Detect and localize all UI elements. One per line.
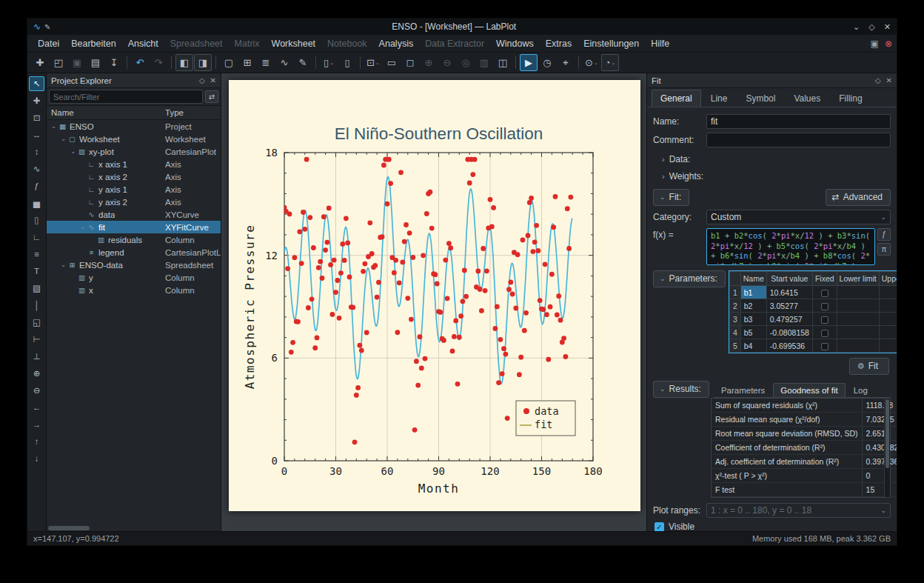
zoom-out-tool-button[interactable]: ⊖ <box>29 383 44 398</box>
close-dock-icon[interactable]: ✕ <box>210 76 216 84</box>
expand-arrow-icon[interactable]: ⌄ <box>78 224 87 230</box>
menu-bearbeiten[interactable]: Bearbeiten <box>65 36 121 51</box>
menu-analysis[interactable]: Analysis <box>373 36 420 51</box>
cursor-tool-button[interactable]: ↖ <box>29 76 44 91</box>
float-dock-icon[interactable]: ◇ <box>875 76 881 84</box>
fixed-checkbox[interactable] <box>821 316 828 324</box>
zoom-select-tool-button[interactable]: ⊡ <box>29 110 44 125</box>
vertical-layout-button[interactable]: ◫ <box>494 54 512 71</box>
add-histogram-button[interactable]: ▅ <box>29 196 44 210</box>
print-preview-button[interactable]: ↧ <box>105 54 123 71</box>
float-dock-icon[interactable]: ◇ <box>199 76 205 84</box>
tree-item-worksheet[interactable]: ⌄▢WorksheetWorksheet <box>47 133 221 145</box>
fixed-checkbox[interactable] <box>821 303 828 310</box>
tree-item-enso-data[interactable]: ⌄⊞ENSO-dataSpreadsheet <box>47 259 221 271</box>
timed-mode-button[interactable]: ◷ <box>538 54 556 71</box>
menu-windows[interactable]: Windows <box>490 36 540 51</box>
results-scrollbar[interactable] <box>884 399 890 497</box>
tree-item-x-axis-1[interactable]: ∟x axis 1Axis <box>47 158 221 170</box>
new-notebook-button[interactable]: ≣ <box>257 54 275 71</box>
tree-item-y-axis-1[interactable]: ∟y axis 1Axis <box>47 183 221 196</box>
hscroll-thumb[interactable] <box>48 526 90 530</box>
print-button[interactable]: ▤ <box>87 54 104 71</box>
zoom-in-tool-button[interactable]: ⊕ <box>29 366 44 381</box>
window-close-button[interactable]: ✕ <box>884 22 891 32</box>
new-project-button[interactable]: ✚ <box>31 54 49 71</box>
menu-einstellungen[interactable]: Einstellungen <box>578 36 645 51</box>
search-filter-input[interactable] <box>49 90 203 104</box>
menu-worksheet[interactable]: Worksheet <box>266 36 322 51</box>
add-boxplot-button[interactable]: ▯ <box>29 213 44 227</box>
fixed-checkbox[interactable] <box>821 330 828 337</box>
close-dock-icon[interactable]: ✕ <box>886 76 892 84</box>
menu-ansicht[interactable]: Ansicht <box>122 36 164 51</box>
shift-down-button[interactable]: ↓ <box>29 451 44 466</box>
results-section-toggle[interactable]: ⌄Results: <box>653 381 709 398</box>
data-section-toggle[interactable]: ›Data: <box>662 154 891 164</box>
parameter-row[interactable]: 3b30.479257 <box>729 313 897 326</box>
add-legend-button[interactable]: ≡ <box>29 247 44 261</box>
tree-item-data[interactable]: ∿dataXYCurve <box>47 208 221 221</box>
shift-right-button[interactable]: → <box>29 417 44 432</box>
run-fit-button[interactable]: ⚙Fit <box>849 358 889 375</box>
import-data-button[interactable]: ▯ <box>338 54 356 71</box>
navigate-mode-button[interactable]: ▶ <box>520 54 538 71</box>
worksheet-view[interactable]: El Niño-Southern Oscillation030609012015… <box>221 73 646 531</box>
filter-options-button[interactable]: ⇄ <box>205 90 218 103</box>
parameter-row[interactable]: 4b5-0.0808158 <box>729 326 897 339</box>
tree-item-fit[interactable]: ⌄∿fitXYFitCurve <box>47 221 221 233</box>
tree-header-type[interactable]: Type <box>165 108 221 117</box>
tree-item-x[interactable]: ▥xColumn <box>47 284 221 296</box>
tab-goodness-of-fit[interactable]: Goodness of fit <box>773 383 845 397</box>
shift-left-button[interactable]: ← <box>29 400 44 415</box>
tree-item-y-axis-2[interactable]: ∟y axis 2Axis <box>47 196 221 208</box>
zoom-mode-dropdown[interactable]: ⊡⌄ <box>364 54 382 71</box>
tab-values[interactable]: Values <box>785 90 829 107</box>
weights-section-toggle[interactable]: ›Weights: <box>662 171 891 181</box>
tab-parameters[interactable]: Parameters <box>714 383 772 397</box>
zoom-y-tool-button[interactable]: ↕ <box>29 144 44 159</box>
new-spreadsheet-button[interactable]: ◨ <box>194 54 212 71</box>
name-input[interactable] <box>706 114 891 129</box>
open-project-button[interactable]: ◰ <box>50 54 67 71</box>
shift-up-button[interactable]: ↑ <box>29 434 44 449</box>
window-maximize-button[interactable]: ◇ <box>868 22 874 32</box>
fixed-checkbox[interactable] <box>821 343 828 350</box>
insert-constant-button[interactable]: π <box>877 243 891 256</box>
auto-scale-button[interactable]: ◱ <box>29 315 44 330</box>
fit-section-toggle[interactable]: ⌄Fit: <box>653 189 689 206</box>
crosshair-tool-button[interactable]: ✚ <box>29 93 44 108</box>
tree-item-y[interactable]: ▥yColumn <box>47 271 221 284</box>
crosshair-mode-button[interactable]: ⌖ <box>557 54 575 71</box>
expand-arrow-icon[interactable]: ⌄ <box>59 261 67 268</box>
tree-item-x-axis-2[interactable]: ∟x axis 2Axis <box>47 170 221 183</box>
explorer-hscrollbar[interactable] <box>47 525 221 531</box>
tab-general[interactable]: General <box>652 90 701 107</box>
zoom-x-tool-button[interactable]: ↔ <box>29 127 44 142</box>
add-axis-button[interactable]: ∟ <box>29 230 44 244</box>
tab-line[interactable]: Line <box>702 90 737 107</box>
category-select[interactable]: Custom ⌄ <box>706 210 891 224</box>
tab-symbol[interactable]: Symbol <box>737 90 784 107</box>
parameters-section-toggle[interactable]: ⌄Parameters: <box>653 270 726 287</box>
parameter-row[interactable]: 5b4-0.699536 <box>729 339 897 353</box>
plot-legend[interactable]: datafit <box>516 401 575 436</box>
parameter-row[interactable]: 1b110.6415 <box>729 286 897 299</box>
draw-button[interactable]: ✎ <box>294 54 312 71</box>
child-restore-button[interactable]: ▣ <box>871 39 879 49</box>
fit-page-button[interactable]: ◻ <box>401 54 419 71</box>
undo-button[interactable]: ↶ <box>131 54 149 71</box>
fit-selection-button[interactable]: ▭ <box>383 54 401 71</box>
new-matrix-button[interactable]: ⊞ <box>238 54 256 71</box>
insert-function-button[interactable]: ƒ <box>877 228 891 241</box>
expand-arrow-icon[interactable]: ⌄ <box>50 123 58 130</box>
tab-log[interactable]: Log <box>846 383 875 397</box>
add-reference-line-button[interactable]: │ <box>29 298 44 313</box>
magnification-dropdown[interactable]: ⊙⌄ <box>583 54 600 71</box>
visible-checkbox[interactable]: ✓ <box>654 522 664 532</box>
auto-scale-x-button[interactable]: ⊢ <box>29 332 44 347</box>
expand-arrow-icon[interactable]: ⌄ <box>69 148 77 155</box>
zoom-level-dropdown[interactable]: ◔⌄ <box>601 54 619 71</box>
pin-icon[interactable]: ✎ <box>44 23 50 31</box>
new-plot-button[interactable]: ∿ <box>275 54 293 71</box>
